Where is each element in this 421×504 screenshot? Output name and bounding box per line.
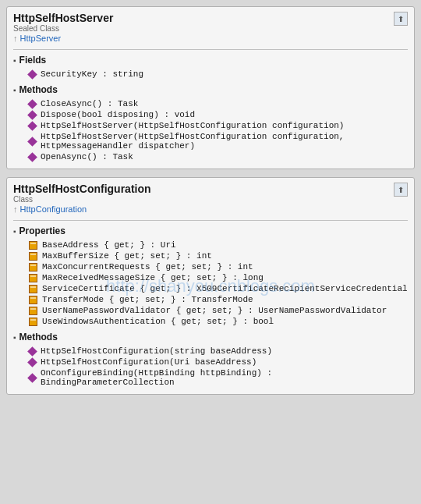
card-header-2: HttpSelfHostConfiguration Class HttpConf… (13, 183, 408, 217)
method2-ctor2: HttpSelfHostConfiguration(Uri baseAddres… (13, 357, 408, 367)
field-securitykey-text: SecurityKey : string (41, 69, 143, 79)
card-httpselfhostserver: HttpSelfHostServer Sealed Class HttpServ… (6, 6, 415, 169)
card1-fields-section[interactable]: ▪ Fields (13, 55, 408, 66)
method2-ctor1-text: HttpSelfHostConfiguration(string baseAdd… (41, 346, 272, 356)
method-icon-1 (27, 99, 37, 109)
method-icon-3 (27, 121, 37, 131)
prop-icon-1 (29, 241, 37, 250)
card2-properties-section[interactable]: ▪ Properties (13, 225, 408, 236)
prop-maxreceivedmessagesize: MaxReceivedMessageSize { get; set; } : l… (13, 272, 408, 283)
card2-methods-section[interactable]: ▪ Methods (13, 332, 408, 343)
prop-maxbuffersize-text: MaxBufferSize { get; set; } : int (42, 251, 212, 261)
method-ctor2-text: HttpSelfHostServer(HttpSelfHostConfigura… (41, 132, 408, 151)
method2-ctor1: HttpSelfHostConfiguration(string baseAdd… (13, 346, 408, 357)
field-icon (27, 69, 37, 80)
method-icon-5 (27, 152, 37, 162)
prop-usernamepasswordvalidator: UserNamePasswordValidator { get; set; } … (13, 305, 408, 316)
card1-methods-section[interactable]: ▪ Methods (13, 84, 408, 95)
methods-section-label: Methods (19, 84, 58, 95)
method-ctor1: HttpSelfHostServer(HttpSelfHostConfigura… (13, 120, 408, 131)
method-closeasync: CloseAsync() : Task (13, 98, 408, 109)
method-ctor1-text: HttpSelfHostServer(HttpSelfHostConfigura… (41, 121, 344, 130)
prop-usewindowsauthentication-text: UseWindowsAuthentication { get; set; } :… (42, 317, 274, 326)
card2-parent: HttpConfiguration (13, 204, 151, 214)
method-dispose-text: Dispose(bool disposing) : void (41, 110, 195, 119)
card2-collapse-button[interactable]: ⬆ (394, 183, 408, 197)
prop-transfermode-text: TransferMode { get; set; } : TransferMod… (42, 295, 253, 304)
prop-maxconcurrentrequests-text: MaxConcurrentRequests { get; set; } : in… (42, 262, 253, 272)
prop-icon-6 (29, 296, 37, 304)
divider-2 (13, 220, 408, 221)
prop-icon-7 (29, 307, 37, 315)
fields-section-label: Fields (19, 55, 47, 66)
prop-servicecertificate: ServiceCertificate { get; } : X509Certif… (13, 283, 408, 294)
method2-icon-3 (27, 373, 37, 383)
prop-servicecertificate-text: ServiceCertificate { get; } : X509Certif… (42, 284, 408, 293)
prop-usernamepasswordvalidator-text: UserNamePasswordValidator { get; set; } … (42, 306, 387, 315)
prop-icon-5 (29, 285, 37, 293)
card1-collapse-button[interactable]: ⬆ (394, 12, 408, 26)
methods-toggle-icon: ▪ (13, 86, 16, 94)
prop-baseaddress-text: BaseAddress { get; } : Uri (42, 240, 176, 250)
prop-baseaddress: BaseAddress { get; } : Uri (13, 240, 408, 250)
method-openasync: OpenAsync() : Task (13, 151, 408, 162)
prop-icon-3 (29, 263, 37, 272)
prop-maxbuffersize: MaxBufferSize { get; set; } : int (13, 250, 408, 261)
prop-icon-4 (29, 274, 37, 282)
card1-title: HttpSelfHostServer (13, 12, 113, 24)
method2-icon-2 (27, 357, 37, 367)
prop-usewindowsauthentication: UseWindowsAuthentication { get; set; } :… (13, 316, 408, 327)
card2-methods-toggle-icon: ▪ (13, 333, 16, 342)
prop-icon-2 (29, 252, 37, 261)
prop-maxconcurrentrequests: MaxConcurrentRequests { get; set; } : in… (13, 261, 408, 272)
method2-icon-1 (27, 346, 37, 357)
card-header-1: HttpSelfHostServer Sealed Class HttpServ… (13, 12, 408, 46)
divider-1 (13, 49, 408, 50)
prop-icon-8 (29, 318, 37, 326)
card-httpselfhostconfiguration: http://shanyou.cnblogs.com HttpSelfHostC… (6, 177, 415, 395)
method2-ctor2-text: HttpSelfHostConfiguration(Uri baseAddres… (41, 357, 256, 367)
prop-maxreceivedmessagesize-text: MaxReceivedMessageSize { get; set; } : l… (42, 273, 264, 282)
method-dispose: Dispose(bool disposing) : void (13, 109, 408, 120)
properties-section-label: Properties (19, 225, 65, 236)
method-ctor2: HttpSelfHostServer(HttpSelfHostConfigura… (13, 131, 408, 151)
card2-title: HttpSelfHostConfiguration (13, 183, 151, 195)
card2-subtitle: Class (13, 195, 151, 204)
method2-onconfigurebinding-text: OnConfigureBinding(HttpBinding httpBindi… (41, 368, 408, 387)
card2-methods-section-label: Methods (19, 332, 58, 343)
card-title-area-2: HttpSelfHostConfiguration Class HttpConf… (13, 183, 151, 217)
fields-toggle-icon: ▪ (13, 56, 16, 65)
card1-subtitle: Sealed Class (13, 24, 113, 33)
method-closeasync-text: CloseAsync() : Task (41, 99, 138, 108)
card-title-area-1: HttpSelfHostServer Sealed Class HttpServ… (13, 12, 113, 46)
card1-parent: HttpServer (13, 34, 113, 43)
method2-onconfigurebinding: OnConfigureBinding(HttpBinding httpBindi… (13, 367, 408, 388)
prop-transfermode: TransferMode { get; set; } : TransferMod… (13, 294, 408, 305)
method-icon-2 (27, 110, 37, 120)
properties-toggle-icon: ▪ (13, 227, 16, 236)
method-icon-4 (27, 137, 37, 147)
method-openasync-text: OpenAsync() : Task (41, 152, 133, 161)
field-securitykey: SecurityKey : string (13, 69, 408, 80)
